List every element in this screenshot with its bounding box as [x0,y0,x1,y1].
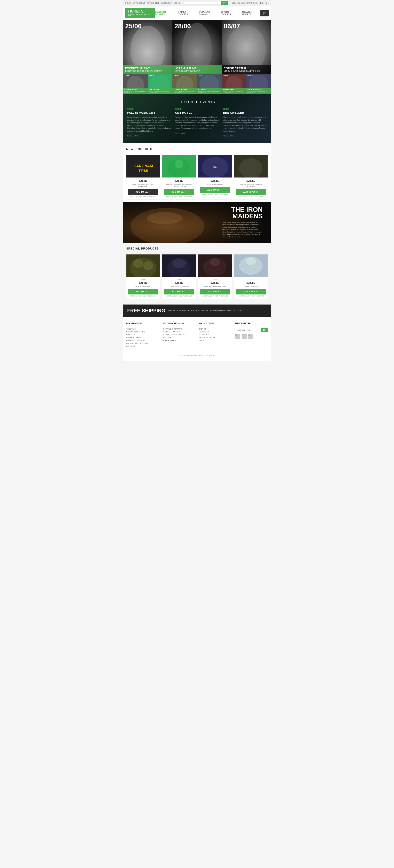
mini-event-date-5: 03/08 [223,74,228,77]
social-facebook-icon[interactable]: f [242,334,247,339]
add-to-cart-1[interactable]: ADD TO CART [128,189,158,195]
footer-shipping-returns[interactable]: SHIPPING & RETURNS [162,328,195,330]
footer-sign-in[interactable]: SIGN IN [199,328,231,330]
wishlist-link-1[interactable]: ADD TO WISHLIST [130,195,143,197]
footer-group-sales[interactable]: GROUP SALES [162,339,195,341]
hero-overlay-3: CONSE CTETUR LOREM IPSUM DOLOR SIT AMET … [222,65,271,74]
add-to-cart-2[interactable]: ADD TO CART [164,189,194,195]
hero-sub-3: LOREM IPSUM DOLOR SIT AMET CONSE [224,70,269,72]
mini-event-2[interactable]: 25/06 DOLOR SIT EXCEPTEUR SINT OCCAECAT … [148,74,172,94]
nav-wishlist[interactable]: MY WISHLIST [147,2,159,4]
nav-login[interactable]: LOG IN [174,2,180,4]
hero-slider: 25/06 EXCEPTEUR SINT EXCEPTEUR SINT OCCA… [123,20,271,74]
footer-about-us[interactable]: ABOUT US [126,328,158,330]
nav-theater-tickets[interactable]: THEATER TICKETS [242,11,261,16]
nav-sport-tickets[interactable]: SPORT TICKETS [221,11,237,16]
footer-my-wishlist[interactable]: MY WISHLIST [199,334,231,336]
mini-event-5[interactable]: 03/08 ADIPISCING EXCEPTEUR SINT OCCAECAT… [222,74,246,94]
special-product-info-1: 16.99 $25.89 AUTE IRURE DOLOR ADD TO CAR… [126,277,160,299]
featured-event-desc-1: Fusce pretium dui non ligula pulvinar, c… [127,116,171,132]
nav-concert-tickets[interactable]: CONCERT TICKETS [155,11,174,16]
special-product-links-2: ADD TO WISHLIST ADD TO COMPARE [164,294,194,298]
product-price-1: $25.89 [128,179,158,182]
wishlist-link-4[interactable]: ADD TO WISHLIST [238,195,250,197]
featured-event-desc-3: Dignissim mauris scelerisque. Aenean pre… [223,116,267,132]
add-to-cart-4[interactable]: ADD TO CART [236,189,266,195]
product-info-3: $25.89 CTETUR ADIPISCIN ADD TO CART ADD … [198,178,232,197]
hero-slide-3[interactable]: 06/07 CONSE CTETUR LOREM IPSUM DOLOR SIT… [222,20,271,74]
free-shipping-banner: FREE SHIPPING EXCEPTEUR SINT OCCAECAT CU… [123,305,271,317]
add-to-cart-special-2[interactable]: ADD TO CART [164,289,194,294]
nav-account[interactable]: MY ACCOUNT [133,2,145,4]
wishlist-link-3[interactable]: ADD TO WISHLIST [202,193,214,195]
footer-advanced-search[interactable]: ADVANCED SEARCH [126,339,158,341]
special-product-old-price-4: 16.99 [236,279,266,281]
footer-intl-shipping[interactable]: INTERNATIONAL SHIPPING [162,334,195,336]
nav-checkout[interactable]: CHECKOUT [161,2,172,4]
social-twitter-icon[interactable]: 𝕏 [235,334,240,339]
hero-title-1: EXCEPTEUR SINT [125,67,170,70]
special-compare-link-1[interactable]: ADD TO COMPARE [144,295,156,297]
special-compare-link-2[interactable]: ADD TO COMPARE [179,295,192,297]
mini-event-date-1: 15/06 [124,74,129,77]
search-button[interactable]: 🔍 [221,1,228,5]
nav-home[interactable]: HOME [125,2,131,4]
newsletter-email-input[interactable] [235,328,261,332]
nav-popular-shows[interactable]: POPULAR SHOWS [199,11,217,16]
mini-event-1[interactable]: 15/06 LOREM IPSUM EXCEPTEUR SINT OCCAECA… [123,74,148,94]
featured-section: FEATURED EVENTS 19/08 FALL IN MUSIC CITY… [123,94,271,143]
promo-banner-title: THE IRONMAIDENS [222,206,263,219]
footer-contact[interactable]: CONTACT [126,345,158,347]
mini-event-3[interactable]: 16/07 CONSE IDIDUN EXCEPTEUR SINT OCCAEC… [172,74,197,94]
footer-affiliates[interactable]: AFFILIATES [162,337,195,339]
hero-date-2: 28/06 [175,22,191,30]
mini-event-4[interactable]: 28/07 CTETUR EXCEPTEUR SINT OCCAECAT CUP… [197,74,222,94]
newsletter-submit-button[interactable]: GO! [261,328,268,332]
nav-family-tickets[interactable]: FAMILY TICKETS [178,11,195,16]
featured-read-more-2[interactable]: READ MORE [175,132,186,134]
footer-secure-shopping[interactable]: SECURE SHOPPING [162,331,195,333]
compare-link-2[interactable]: ADD TO COMPARE [179,195,192,197]
mini-event-6[interactable]: 07/08 EXCEPTEUR SINT EXCEPTEUR SINT OCCA… [246,74,271,94]
special-compare-link-3[interactable]: ADD TO COMPARE [215,295,228,297]
product-img-4 [234,155,268,178]
hero-slide-2[interactable]: 28/06 LOREM IPSUMS SINT OCCAECAT CUPIDAT… [172,20,222,74]
footer-info-title: INFORMATION [126,322,158,326]
hero-sub-1: EXCEPTEUR SINT OCCAECAT CUPIDATAT [125,70,170,72]
special-wishlist-link-2[interactable]: ADD TO WISHLIST [166,295,178,297]
logo[interactable]: TICKETS BIGGEST CHOICE ON THE WEB [125,8,155,18]
footer-orders-returns[interactable]: ORDERS AND RETURNS [126,342,158,344]
featured-read-more-3[interactable]: READ MORE [223,135,234,137]
search-form: 🔍 [184,1,228,5]
compare-link-3[interactable]: ADD TO COMPARE [215,193,228,195]
footer-help[interactable]: HELP [199,339,231,341]
special-wishlist-link-3[interactable]: ADD TO WISHLIST [202,295,214,297]
add-to-cart-special-3[interactable]: ADD TO CART [200,289,230,294]
cart-icon[interactable]: 🛒 [261,10,269,17]
hero-slide-1[interactable]: 25/06 EXCEPTEUR SINT EXCEPTEUR SINT OCCA… [123,20,172,74]
add-to-cart-special-1[interactable]: ADD TO CART [128,289,158,294]
social-rss-icon[interactable]: ⊕ [248,334,253,339]
footer-track-order[interactable]: TRACK MY ORDER [199,337,231,339]
footer-site-map[interactable]: SITE MAP [126,334,158,336]
promo-banner-desc: Fusce dui non ligula pulvinar, convallis… [222,221,263,238]
special-wishlist-link-4[interactable]: ADD TO WISHLIST [238,295,250,297]
hero-sub-2: SINT OCCAECAT CUPIDATAT [175,70,219,72]
footer-view-cart[interactable]: VIEW CART [199,331,231,333]
featured-read-more-1[interactable]: READ MORE [127,135,139,137]
featured-event-title-1: FALL IN MUSIC CITY [127,111,171,114]
special-product-desc-2: VOLUPTATE VELIT ESSE [164,285,194,287]
special-compare-link-4[interactable]: ADD TO COMPARE [251,295,264,297]
compare-link-1[interactable]: ADD TO COMPARE [144,195,156,197]
add-to-cart-special-4[interactable]: ADD TO CART [236,289,266,294]
wishlist-link-2[interactable]: ADD TO WISHLIST [166,195,178,197]
search-input[interactable] [184,1,221,5]
add-to-cart-3[interactable]: ADD TO CART [200,187,230,193]
special-wishlist-link-1[interactable]: ADD TO WISHLIST [130,295,143,297]
special-products-title: SPECIAL PRODUCTS [123,243,271,252]
footer-search-terms[interactable]: SEARCH TERMS [126,337,158,339]
promo-banner[interactable]: THE IRONMAIDENS Fusce dui non ligula pul… [123,202,271,243]
compare-link-4[interactable]: ADD TO COMPARE [251,195,264,197]
footer-customer-service[interactable]: CUSTOMER SERVICE [126,331,158,333]
mini-event-date-6: 07/08 [247,74,252,77]
